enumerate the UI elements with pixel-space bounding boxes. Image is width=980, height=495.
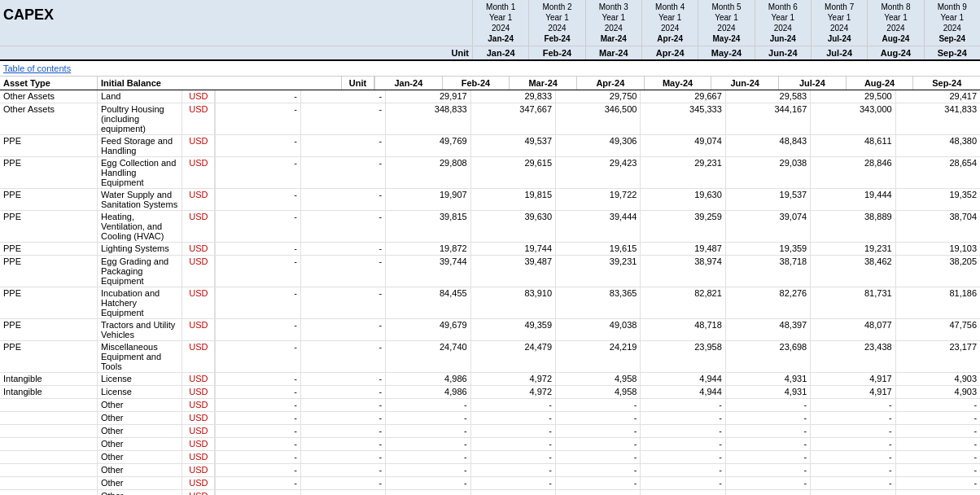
cell-value-8: - bbox=[895, 412, 980, 424]
cell-asset-type: Intangible bbox=[0, 386, 98, 398]
cell-value-3: 24,479 bbox=[470, 341, 555, 372]
col-month-data-5: Jun-24 bbox=[711, 77, 778, 90]
cell-asset-type: PPE bbox=[0, 189, 98, 210]
cell-value-6: 29,583 bbox=[725, 90, 810, 103]
cell-value-2: - bbox=[385, 490, 470, 495]
cell-value-6: - bbox=[725, 451, 810, 463]
cell-value-4: 4,958 bbox=[555, 386, 640, 398]
cell-asset-type: PPE bbox=[0, 157, 98, 188]
cell-value-5: - bbox=[640, 477, 724, 489]
cell-value-7: - bbox=[810, 477, 895, 489]
cell-value-8: - bbox=[895, 425, 980, 437]
unit-header: Unit bbox=[342, 77, 374, 90]
cell-value-0: - bbox=[215, 341, 300, 372]
cell-value-5: 4,944 bbox=[640, 373, 724, 385]
cell-value-4: 49,038 bbox=[555, 319, 640, 340]
cell-value-6: - bbox=[725, 425, 810, 437]
cell-value-8: - bbox=[895, 490, 980, 495]
cell-unit: USD bbox=[182, 157, 215, 188]
table-row: PPEIncubation and Hatchery EquipmentUSD-… bbox=[0, 287, 980, 319]
month-header-3: Month 4Year 12024Apr-24 bbox=[641, 0, 698, 46]
cell-asset-type: PPE bbox=[0, 287, 98, 318]
table-row: PPETractors and Utility VehiclesUSD--49,… bbox=[0, 319, 980, 341]
data-table: Other AssetsLandUSD--29,91729,83329,7502… bbox=[0, 90, 980, 495]
cell-value-3: 39,487 bbox=[470, 256, 555, 287]
cell-unit: USD bbox=[182, 490, 215, 495]
month-subheader-2: Mar-24 bbox=[585, 46, 641, 59]
page: CAPEX Month 1Year 12024Jan-24Month 2Year… bbox=[0, 0, 980, 495]
cell-value-3: 83,910 bbox=[470, 287, 555, 318]
month-header-0: Month 1Year 12024Jan-24 bbox=[472, 0, 528, 46]
cell-value-6: - bbox=[725, 438, 810, 450]
cell-value-3: - bbox=[470, 477, 555, 489]
cell-value-5: 38,974 bbox=[640, 256, 724, 287]
cell-value-7: - bbox=[810, 438, 895, 450]
table-row: OtherUSD--------- bbox=[0, 412, 980, 425]
month-subheader-8: Sep-24 bbox=[924, 46, 980, 59]
cell-value-5: 29,231 bbox=[640, 157, 724, 188]
cell-initial-balance: Egg Grading and Packaging Equipment bbox=[98, 256, 182, 287]
cell-value-2: 29,808 bbox=[385, 157, 470, 188]
header-left: CAPEX bbox=[0, 0, 472, 46]
cell-asset-type: PPE bbox=[0, 243, 98, 255]
cell-value-0: - bbox=[215, 189, 300, 210]
cell-value-7: 4,917 bbox=[810, 373, 895, 385]
toc-link[interactable]: Table of contents bbox=[3, 64, 71, 73]
cell-value-2: 29,917 bbox=[385, 90, 470, 103]
subheader-right: Jan-24Feb-24Mar-24Apr-24May-24Jun-24Jul-… bbox=[472, 46, 980, 59]
cell-value-3: - bbox=[470, 412, 555, 424]
table-row: OtherUSD--------- bbox=[0, 425, 980, 438]
cell-value-8: 341,833 bbox=[895, 103, 980, 134]
table-row: OtherUSD--------- bbox=[0, 451, 980, 464]
cell-value-2: 4,986 bbox=[385, 373, 470, 385]
cell-unit: USD bbox=[182, 373, 215, 385]
cell-initial-balance: Incubation and Hatchery Equipment bbox=[98, 287, 182, 318]
cell-value-4: - bbox=[555, 412, 640, 424]
cell-asset-type: PPE bbox=[0, 256, 98, 287]
cell-value-3: 19,744 bbox=[470, 243, 555, 255]
cell-unit: USD bbox=[182, 451, 215, 463]
cell-asset-type: PPE bbox=[0, 341, 98, 372]
cell-value-5: 19,630 bbox=[640, 189, 724, 210]
cell-value-8: - bbox=[895, 438, 980, 450]
cell-unit: USD bbox=[182, 256, 215, 287]
cell-value-3: - bbox=[470, 451, 555, 463]
cell-unit: USD bbox=[182, 464, 215, 476]
cell-value-0: - bbox=[215, 425, 300, 437]
cell-value-6: 4,931 bbox=[725, 386, 810, 398]
cell-value-0: - bbox=[215, 386, 300, 398]
cell-value-8: 38,704 bbox=[895, 211, 980, 242]
month-header-4: Month 5Year 12024May-24 bbox=[698, 0, 754, 46]
month-header-8: Month 9Year 12024Sep-24 bbox=[924, 0, 980, 46]
cell-value-6: 48,397 bbox=[725, 319, 810, 340]
cell-value-8: - bbox=[895, 399, 980, 411]
table-row: PPEFeed Storage and HandlingUSD--49,7694… bbox=[0, 135, 980, 157]
cell-value-1: - bbox=[300, 464, 385, 476]
cell-value-3: 39,630 bbox=[470, 211, 555, 242]
month-header-7: Month 8Year 12024Aug-24 bbox=[867, 0, 923, 46]
cell-value-3: - bbox=[470, 399, 555, 411]
cell-value-8: 23,177 bbox=[895, 341, 980, 372]
cell-value-4: 29,423 bbox=[555, 157, 640, 188]
cell-value-8: - bbox=[895, 464, 980, 476]
cell-value-7: 343,000 bbox=[810, 103, 895, 134]
cell-value-3: 19,815 bbox=[470, 189, 555, 210]
cell-initial-balance: License bbox=[98, 373, 182, 385]
cell-value-6: 23,698 bbox=[725, 341, 810, 372]
col-headers-row: Asset Type Initial Balance Unit Jan-24Fe… bbox=[0, 77, 980, 90]
cell-unit: USD bbox=[182, 90, 215, 103]
cell-initial-balance: Tractors and Utility Vehicles bbox=[98, 319, 182, 340]
month-subheader-1: Feb-24 bbox=[528, 46, 584, 59]
cell-value-0: - bbox=[215, 135, 300, 156]
cell-value-0: - bbox=[215, 157, 300, 188]
header-months: Month 1Year 12024Jan-24Month 2Year 12024… bbox=[472, 0, 980, 46]
cell-value-7: 19,444 bbox=[810, 189, 895, 210]
cell-value-1: - bbox=[300, 341, 385, 372]
col-month-data-1: Feb-24 bbox=[442, 77, 510, 90]
cell-value-3: - bbox=[470, 464, 555, 476]
cell-value-4: - bbox=[555, 464, 640, 476]
cell-value-8: 4,903 bbox=[895, 386, 980, 398]
cell-unit: USD bbox=[182, 103, 215, 134]
cell-value-4: - bbox=[555, 451, 640, 463]
cell-value-3: 4,972 bbox=[470, 386, 555, 398]
